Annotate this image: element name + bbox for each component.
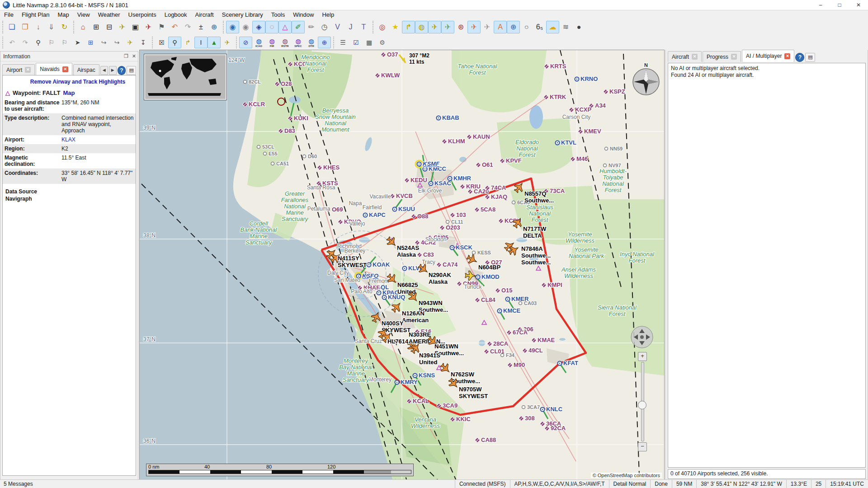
info-help-button[interactable]: ? [118,66,126,75]
search-highlight-button[interactable]: ◈ [252,21,265,33]
route-append-button[interactable]: ↪ [97,37,110,48]
airport-marker-O28[interactable]: O28 [274,80,292,87]
overview-world-map[interactable] [144,54,226,100]
info-menu-button[interactable]: ▤ [127,66,136,75]
measure-tag-1-button[interactable]: ⚐ [45,37,58,48]
sun-shading-button[interactable]: ● [572,21,585,33]
info-tabs-scroll-right[interactable]: ▶ [109,66,117,75]
city-names-button[interactable]: ○ [520,21,533,33]
lat-lon-grid-button[interactable]: ⊕ [507,21,520,33]
approach-flag-button[interactable]: ⚑ [155,21,168,33]
airway-victor-button[interactable]: V [331,21,344,33]
route-edit-button[interactable]: ↪ [110,37,123,48]
minimum-altitude-button[interactable]: 6₅ [533,21,546,33]
airport-marker-D83[interactable]: D83 [278,127,295,134]
save-flight-plan-button[interactable]: ↓ [32,21,45,33]
menu-tools[interactable]: Tools [267,10,289,19]
labels-terrain-button[interactable]: ▲ [208,37,221,48]
airspace-fir-button[interactable]: ◍FIR [265,37,278,48]
route-add-position-button[interactable]: ⊞ [84,37,97,48]
airway-jet-button[interactable]: J [344,21,357,33]
info-tab-airspac[interactable]: Airspac [73,64,99,75]
airport-marker-O15[interactable]: O15 [495,287,512,294]
airport-marker-M90[interactable]: M90 [507,361,525,368]
scenery-library-db-button[interactable]: ☰ [336,37,349,48]
airport-marker-O88[interactable]: O88 [411,213,428,220]
sim-tab-ai-multiplayer[interactable]: AI / Multiplayer✕ [742,50,794,62]
redo-button[interactable]: ↷ [19,37,32,48]
sim-menu-button[interactable]: ▤ [805,53,815,62]
home-button[interactable]: ⌂ [76,21,90,33]
airport-marker-103[interactable]: 103 [450,211,466,218]
ai-select-button[interactable]: ✈ [123,37,137,48]
menu-file[interactable]: File [0,10,18,19]
zoom-rect-in-button[interactable]: ⊞ [90,21,103,33]
map-redo-button[interactable]: ↷ [181,21,194,33]
airport-marker-M46[interactable]: M46 [570,155,588,162]
sim-tab-progress[interactable]: Progress✕ [703,51,741,62]
sim-tab-close-icon[interactable]: ✕ [731,54,737,60]
info-tab-close-icon[interactable]: ✕ [62,66,68,72]
reset-detail-button[interactable]: ± [194,21,208,33]
menu-window[interactable]: Window [289,10,318,19]
weather-clouds-button[interactable]: ☁ [546,21,559,33]
zoom-slider-knob[interactable] [638,401,646,409]
labels-zoom-button[interactable]: ⚲ [168,37,181,48]
airport-marker-O61[interactable]: O61 [476,161,493,168]
measure-pencil-button[interactable]: ✏ [305,21,318,33]
info-tab-navaids[interactable]: Navaids✕ [36,63,72,75]
menu-scenery-library[interactable]: Scenery Library [218,10,267,19]
profile-highlight-button[interactable]: △ [278,21,292,33]
labels-off-button[interactable]: ☒ [155,37,168,48]
sim-tab-close-icon[interactable]: ✕ [784,53,790,59]
show-aircraft-button[interactable]: ✈ [116,21,129,33]
cursor-select-button[interactable]: ➤ [71,37,84,48]
high-altitude-wind-button[interactable]: ≋ [559,21,572,33]
map-pan-control[interactable] [630,325,654,349]
zoom-rect-out-button[interactable]: ⊟ [103,21,116,33]
aircraft-trail-button[interactable]: ✈ [467,21,481,33]
reset-flight-plan-button[interactable]: ↻ [58,21,71,33]
menu-userpoints[interactable]: Userpoints [124,10,160,19]
export-image-button[interactable]: ▦ [363,37,376,48]
remove-highlights-link[interactable]: Remove Airway and Track Highlights [3,75,136,88]
zoom-in-button[interactable]: + [638,352,647,361]
menu-weather[interactable]: Weather [94,10,124,19]
airport-marker-C83[interactable]: C83 [417,251,434,258]
info-tab-airport[interactable]: Airport✕ [2,64,35,75]
options-button[interactable]: ⚙ [376,37,389,48]
info-tabs-scroll-left[interactable]: ◀ [100,66,108,75]
aircraft-trail-others-button[interactable]: ✈ [481,21,494,33]
info-tab-close-icon[interactable]: ✕ [25,67,31,73]
traffic-pattern-button[interactable]: ★ [389,21,402,33]
clock-button[interactable]: ◷ [318,21,331,33]
world-globe-button[interactable]: ⊕ [208,21,221,33]
menu-aircraft[interactable]: Aircraft [191,10,218,19]
center-aircraft-button[interactable]: ▣ [129,21,142,33]
airspace-other-button[interactable]: ◍OTR [305,37,318,48]
menu-logbook[interactable]: Logbook [160,10,191,19]
scenery-validate-button[interactable]: ☑ [349,37,363,48]
close-button[interactable]: ✕ [849,0,868,10]
undo-button[interactable]: ↶ [5,37,19,48]
waypoint-map-link[interactable]: Map [63,89,75,96]
save-flight-plan-as-button[interactable]: ⇓ [45,21,58,33]
center-vertical-button[interactable]: ↧ [137,37,150,48]
labels-text-button[interactable]: I [194,37,208,48]
msa-button[interactable]: ◍ [415,21,428,33]
labels-route-button[interactable]: ↱ [181,37,194,48]
airspace-special-button[interactable]: ◍SPEC [292,37,305,48]
menu-view[interactable]: View [73,10,94,19]
range-rings-button[interactable]: ◎ [376,21,389,33]
open-flight-plan-button[interactable]: ❒ [19,21,32,33]
minimize-button[interactable]: – [811,0,830,10]
magnify-button[interactable]: ⚲ [32,37,45,48]
labels-aircraft-button[interactable]: ✈ [221,37,234,48]
maximize-button[interactable]: □ [830,0,849,10]
approach-highlight-button[interactable]: ◌ [265,21,278,33]
map-undo-button[interactable]: ↶ [168,21,181,33]
menu-flight-plan[interactable]: Flight Plan [18,10,53,19]
airspace-icao-button[interactable]: ◍ICAO [252,37,265,48]
compass-rose-toggle-button[interactable]: ⊛ [454,21,467,33]
airspace-off-button[interactable]: ⊘ [239,37,252,48]
